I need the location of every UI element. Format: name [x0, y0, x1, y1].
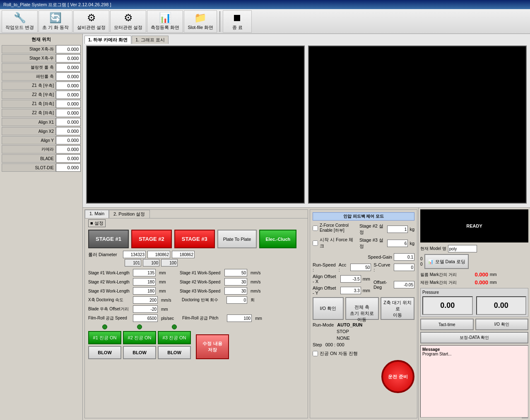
blow2-button[interactable]: BLOW	[123, 346, 156, 359]
doctoring-row: X축 Doctoring 속도 mm/s Doctoring 반복 회수 회	[88, 296, 304, 304]
control-tab-main[interactable]: 1. Main	[85, 210, 109, 218]
stage3-length-input[interactable]	[133, 287, 156, 295]
ready-button[interactable]: 운전 준비	[381, 360, 414, 393]
motor-setup-button[interactable]: ⚙ 모터관련 설정	[110, 10, 146, 33]
roller-input-3[interactable]	[172, 251, 195, 258]
stage1-speed-input[interactable]	[224, 269, 247, 276]
position-label-9: Align X2	[2, 127, 56, 135]
offset-deg-input[interactable]	[394, 281, 414, 288]
work-speed-col: Stage #1 Work-Speed mm/s Stage #2 Work-S…	[180, 269, 263, 295]
camera-tab-view[interactable]: 1. 하부 카메라 화면	[84, 36, 131, 44]
stage3-speed-input[interactable]	[224, 287, 247, 295]
move-center-button[interactable]: 전체 축초기 위치로 이동	[345, 297, 379, 320]
film-roll-pitch-input[interactable]	[227, 314, 252, 322]
stage3-button[interactable]: STAGE #3	[174, 230, 215, 248]
x-doctoring-unit: mm/s	[161, 298, 173, 302]
stage3-kg-unit: kg	[410, 241, 414, 246]
pressure-displays: 0.00 0.00	[422, 296, 526, 315]
scurve-input[interactable]	[394, 264, 414, 271]
move-z-button[interactable]: Z축 대기 위치로이동	[381, 297, 414, 320]
blade-offset-input[interactable]	[133, 305, 158, 313]
roller-small-2[interactable]	[143, 259, 159, 266]
model-load-button[interactable]: 📊 모델 Data 로딩	[424, 254, 469, 269]
position-label-11: 카메라	[2, 145, 56, 154]
vacuum2-button[interactable]: #2 진공 ON	[123, 331, 156, 344]
film-roll-pitch-label: Film-Roll 공급 Pitch	[182, 315, 224, 321]
position-row-4: Z1 축 [우측] 0.000	[2, 82, 81, 90]
work-mode-label: 작업모드 변경	[5, 24, 34, 31]
x-doctoring-input[interactable]	[133, 296, 158, 304]
position-value-5: 0.000	[56, 91, 81, 99]
message-text: Program Start...	[422, 352, 526, 356]
acc-input[interactable]	[350, 264, 371, 271]
vacuum1-button[interactable]: #1 진공 ON	[88, 331, 121, 344]
doctoring-count-input[interactable]	[226, 296, 247, 304]
stage2-length-label: Stage #2 Work-Length	[88, 280, 130, 284]
elec-cluch-button[interactable]: Elec.-Cluch	[259, 230, 296, 248]
align-y-input[interactable]	[340, 287, 361, 294]
zforce-row: Z-Force ControlEnable [하부] 시작 시 Force 체크…	[313, 223, 414, 251]
end-label: 종 료	[232, 24, 243, 31]
io-check-button[interactable]: I/O 확인	[313, 297, 344, 320]
plate-mark-unit: mm	[490, 280, 497, 285]
vacuum3-button[interactable]: #3 진공 ON	[158, 331, 191, 344]
device-setup-button[interactable]: ⚙ 설비관련 설정	[73, 10, 109, 33]
position-value-3: 0.000	[56, 72, 81, 81]
stage1-length-input[interactable]	[133, 269, 156, 276]
stage3-kg-input[interactable]	[387, 240, 408, 247]
zforce-checkbox[interactable]	[313, 226, 318, 231]
emergency-section: 운전 준비	[313, 360, 414, 393]
model-value-input[interactable]	[448, 245, 477, 252]
align-y-row: Align Offset - Y mm	[313, 286, 370, 295]
model-load-label: 📊 모델 Data 로딩	[428, 259, 465, 265]
stage2-kg-input[interactable]	[387, 226, 408, 233]
move-z-label: Z축 대기 위치로이동	[383, 300, 412, 317]
position-row-10: Align Y 0.000	[2, 136, 81, 144]
control-tab-position[interactable]: 2. Position 설정	[109, 210, 149, 218]
stage1-button[interactable]: STAGE #1	[88, 230, 129, 248]
bottom-panel: 1. Main 2. Position 설정 ■ 설정 STAGE #1	[83, 208, 530, 420]
none-label: NONE	[337, 336, 350, 341]
position-row-5: Z2 축 [우측] 0.000	[2, 91, 81, 99]
main-content: 현재 위치 Stage X축-좌 0.000 Stage X축-우 0.000 …	[0, 34, 530, 420]
align-x-input[interactable]	[340, 275, 361, 283]
speed-gain-input[interactable]	[394, 253, 414, 261]
camera-tab-graph[interactable]: 1. 그래프 표시	[132, 36, 168, 44]
stage2-speed-input[interactable]	[224, 278, 247, 286]
start-force-checkbox[interactable]	[313, 240, 318, 246]
message-area: Message Program Start...	[420, 345, 528, 418]
end-button[interactable]: ⏹ 종 료	[223, 10, 252, 33]
correct-row: 보정-DATA 확인	[420, 332, 528, 343]
message-scrollbar[interactable]	[522, 418, 528, 418]
x-doctoring-label: X축 Doctoring 속도	[88, 297, 130, 303]
blade-offset-label: Blade 우측 Offset거리	[88, 306, 130, 312]
stage2-button[interactable]: STAGE #2	[131, 230, 172, 248]
run-mode-row: Run-Mode AUTO_RUN	[313, 322, 414, 327]
position-row-9: Align X2 0.000	[2, 127, 81, 135]
plate-mark-value: 0.000	[459, 279, 488, 286]
init-button[interactable]: 🔄 초 기 화 동작	[39, 10, 72, 33]
roller-small-3[interactable]	[161, 259, 178, 266]
roller-small-1[interactable]	[125, 259, 141, 266]
doctoring-count-unit: 회	[251, 297, 263, 303]
auto-run-checkbox[interactable]	[313, 351, 318, 356]
stage2-length-input[interactable]	[133, 278, 156, 286]
tact-time-button[interactable]: Tact-time	[420, 319, 474, 330]
correct-data-button[interactable]: 보정-DATA 확인	[420, 332, 528, 343]
position-row-8: Align X1 0.000	[2, 118, 81, 126]
roller-input-1[interactable]	[123, 251, 146, 258]
stage3-kg-label: Stage #3 설정	[359, 237, 385, 250]
measure-button[interactable]: 📊 측정등록 화면	[147, 10, 183, 33]
pressure-display-2: 0.00	[476, 296, 527, 315]
blow1-button[interactable]: BLOW	[88, 346, 121, 359]
io-status-button[interactable]: I/O 확인	[475, 319, 529, 330]
ready-label: 운전 준비	[388, 374, 407, 380]
roller-input-2[interactable]	[147, 251, 170, 258]
work-mode-button[interactable]: 🔧 작업모드 변경	[2, 10, 38, 33]
move-center-label: 전체 축초기 위치로 이동	[350, 305, 374, 322]
plate-to-plate-button[interactable]: Plate To Plate	[217, 230, 257, 248]
blow3-button[interactable]: BLOW	[158, 346, 191, 359]
slot-file-button[interactable]: 📁 Slot-file 화면	[184, 10, 217, 33]
film-roll-speed-input[interactable]	[133, 314, 158, 322]
save-button[interactable]: 수정 내용저장	[196, 334, 229, 359]
